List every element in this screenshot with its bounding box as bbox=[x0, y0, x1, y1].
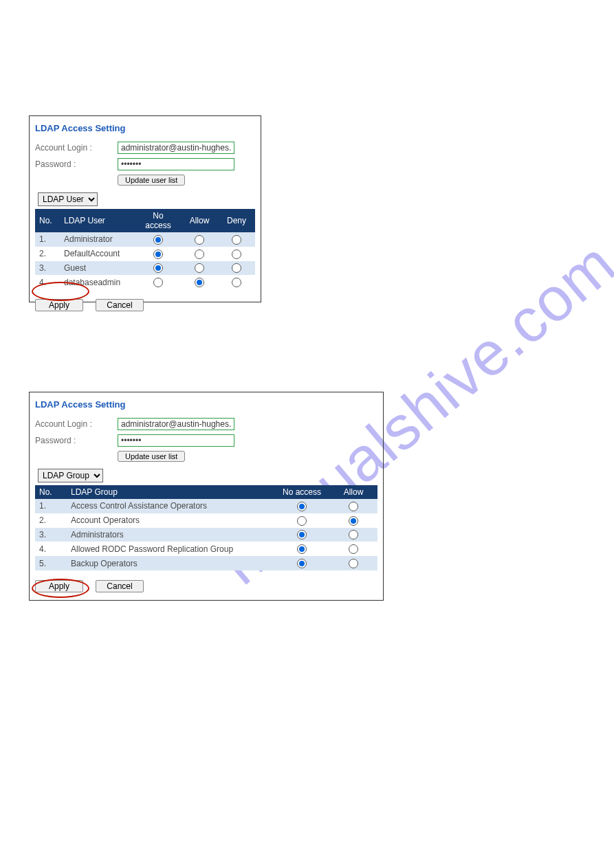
radio-deny[interactable] bbox=[232, 278, 241, 287]
cell-noaccess bbox=[135, 247, 181, 261]
table-row: 3.Guest bbox=[35, 261, 255, 276]
table-row: 3.Administrators bbox=[35, 528, 377, 542]
radio-deny[interactable] bbox=[232, 235, 241, 245]
cell-deny bbox=[218, 275, 255, 289]
cell-noaccess bbox=[274, 499, 329, 513]
table-row: 2.DefaultAccount bbox=[35, 247, 255, 261]
radio-noaccess[interactable] bbox=[297, 530, 307, 539]
radio-noaccess[interactable] bbox=[153, 263, 163, 273]
panel-title: LDAP Access Setting bbox=[35, 123, 255, 133]
cell-noaccess bbox=[274, 528, 329, 542]
password-row: Password : bbox=[35, 158, 255, 170]
cancel-button[interactable]: Cancel bbox=[96, 299, 144, 311]
ldap-user-panel: LDAP Access Setting Account Login : Pass… bbox=[29, 115, 261, 302]
radio-noaccess[interactable] bbox=[153, 249, 163, 259]
radio-noaccess[interactable] bbox=[297, 502, 307, 511]
cell-no: 1. bbox=[35, 499, 67, 513]
apply-button[interactable]: Apply bbox=[35, 580, 83, 592]
col-allow: Allow bbox=[181, 209, 218, 232]
col-noaccess: No access bbox=[274, 485, 329, 499]
radio-allow[interactable] bbox=[195, 249, 204, 259]
radio-allow[interactable] bbox=[349, 559, 358, 568]
cell-no: 5. bbox=[35, 556, 67, 570]
col-group: LDAP Group bbox=[67, 485, 274, 499]
password-input[interactable] bbox=[118, 434, 234, 447]
radio-allow[interactable] bbox=[349, 530, 358, 539]
cancel-button[interactable]: Cancel bbox=[96, 580, 144, 592]
table-row: 1.Administrator bbox=[35, 232, 255, 247]
table-row: 4.databaseadmin bbox=[35, 275, 255, 289]
account-login-row: Account Login : bbox=[35, 418, 377, 430]
cell-group: Backup Operators bbox=[67, 556, 274, 570]
update-user-list-button[interactable]: Update user list bbox=[118, 175, 185, 186]
cell-group: Account Operators bbox=[67, 513, 274, 528]
account-login-row: Account Login : bbox=[35, 142, 255, 154]
cell-allow bbox=[329, 528, 377, 542]
cell-no: 4. bbox=[35, 542, 67, 556]
col-noaccess: No access bbox=[135, 209, 181, 232]
cell-noaccess bbox=[274, 513, 329, 528]
cell-deny bbox=[218, 232, 255, 247]
cell-user: DefaultAccount bbox=[60, 247, 135, 261]
cell-allow bbox=[329, 499, 377, 513]
account-login-label: Account Login : bbox=[35, 419, 118, 429]
ldap-group-panel: LDAP Access Setting Account Login : Pass… bbox=[29, 392, 384, 601]
ldap-user-table: No. LDAP User No access Allow Deny 1.Adm… bbox=[35, 209, 255, 289]
panel-title: LDAP Access Setting bbox=[35, 399, 377, 410]
cell-deny bbox=[218, 247, 255, 261]
radio-noaccess[interactable] bbox=[297, 544, 307, 554]
radio-allow[interactable] bbox=[349, 516, 358, 526]
radio-allow[interactable] bbox=[195, 263, 204, 273]
cell-allow bbox=[181, 275, 218, 289]
radio-noaccess[interactable] bbox=[153, 235, 163, 245]
radio-noaccess[interactable] bbox=[297, 559, 307, 568]
table-row: 4.Allowed RODC Password Replication Grou… bbox=[35, 542, 377, 556]
cell-noaccess bbox=[135, 275, 181, 289]
list-type-select-wrap: LDAP Group bbox=[38, 469, 377, 482]
list-type-select-wrap: LDAP User bbox=[38, 192, 255, 206]
cell-noaccess bbox=[135, 232, 181, 247]
account-login-input[interactable] bbox=[118, 418, 234, 430]
cell-no: 2. bbox=[35, 247, 60, 261]
action-row: Apply Cancel bbox=[35, 580, 377, 592]
update-user-list-button[interactable]: Update user list bbox=[118, 451, 185, 462]
cell-group: Access Control Assistance Operators bbox=[67, 499, 274, 513]
cell-no: 2. bbox=[35, 513, 67, 528]
update-row: Update user list bbox=[118, 175, 255, 186]
radio-deny[interactable] bbox=[232, 249, 241, 259]
radio-allow[interactable] bbox=[195, 278, 204, 287]
password-input[interactable] bbox=[118, 158, 234, 170]
list-type-select[interactable]: LDAP Group bbox=[38, 469, 103, 482]
table-row: 2.Account Operators bbox=[35, 513, 377, 528]
col-deny: Deny bbox=[218, 209, 255, 232]
action-row: Apply Cancel bbox=[35, 299, 255, 311]
list-type-select[interactable]: LDAP User bbox=[38, 192, 98, 206]
radio-allow[interactable] bbox=[195, 235, 204, 245]
cell-deny bbox=[218, 261, 255, 276]
cell-noaccess bbox=[274, 556, 329, 570]
cell-allow bbox=[329, 513, 377, 528]
apply-button[interactable]: Apply bbox=[35, 299, 83, 311]
update-row: Update user list bbox=[118, 451, 377, 462]
radio-allow[interactable] bbox=[349, 502, 358, 511]
table-header-row: No. LDAP User No access Allow Deny bbox=[35, 209, 255, 232]
cell-noaccess bbox=[135, 261, 181, 276]
table-row: 5.Backup Operators bbox=[35, 556, 377, 570]
cell-no: 3. bbox=[35, 528, 67, 542]
table-header-row: No. LDAP Group No access Allow bbox=[35, 485, 377, 499]
radio-noaccess[interactable] bbox=[297, 516, 307, 526]
cell-allow bbox=[181, 261, 218, 276]
col-allow: Allow bbox=[329, 485, 377, 499]
radio-allow[interactable] bbox=[349, 544, 358, 554]
col-no: No. bbox=[35, 209, 60, 232]
cell-group: Allowed RODC Password Replication Group bbox=[67, 542, 274, 556]
password-label: Password : bbox=[35, 436, 118, 445]
account-login-input[interactable] bbox=[118, 142, 234, 154]
col-no: No. bbox=[35, 485, 67, 499]
radio-noaccess[interactable] bbox=[153, 278, 163, 287]
radio-deny[interactable] bbox=[232, 263, 241, 273]
cell-user: databaseadmin bbox=[60, 275, 135, 289]
cell-allow bbox=[181, 247, 218, 261]
account-login-label: Account Login : bbox=[35, 143, 118, 153]
cell-user: Guest bbox=[60, 261, 135, 276]
